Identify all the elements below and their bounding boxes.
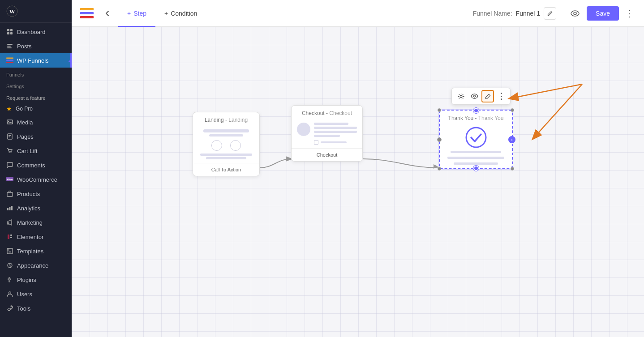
- funnel-canvas[interactable]: Landing - Landing Call To Action: [72, 27, 644, 337]
- sidebar-item-dashboard[interactable]: Dashboard: [0, 25, 72, 39]
- svg-rect-5: [10, 32, 13, 34]
- wp-logo-icon: W: [6, 5, 18, 17]
- connector-top[interactable]: [473, 108, 479, 113]
- tab-step[interactable]: + Step: [118, 0, 155, 27]
- funnel-name-area: Funnel Name: Funnel 1: [473, 7, 556, 20]
- sidebar-item-plugins[interactable]: Plugins: [0, 273, 72, 287]
- sidebar-item-marketing[interactable]: Marketing: [0, 215, 72, 230]
- selection-handle-tl: [438, 108, 441, 112]
- preview-button[interactable]: [567, 5, 583, 21]
- sidebar-item-label: Analytics: [17, 205, 40, 212]
- svg-rect-35: [80, 12, 94, 14]
- svg-text:Woo: Woo: [7, 178, 13, 181]
- sidebar-item-label: Dashboard: [17, 29, 46, 35]
- sidebar-section-settings: Settings: [0, 79, 72, 91]
- sidebar-item-label: Pages: [17, 133, 34, 140]
- star-icon: ★: [6, 105, 12, 112]
- toolbar-more-button[interactable]: ⋮: [495, 90, 507, 102]
- svg-rect-23: [9, 207, 11, 210]
- tools-icon: [6, 305, 13, 312]
- media-icon: [6, 119, 13, 126]
- svg-point-43: [471, 94, 477, 98]
- templates-icon: [6, 247, 13, 255]
- save-button[interactable]: Save: [587, 6, 619, 21]
- svg-rect-16: [9, 137, 10, 137]
- sidebar-item-label: WooCommerce: [17, 176, 57, 183]
- sidebar-item-label: Plugins: [17, 277, 36, 283]
- svg-text:W: W: [9, 8, 15, 15]
- svg-rect-11: [6, 62, 13, 63]
- sidebar-item-label: Products: [17, 191, 40, 197]
- landing-node-footer: Call To Action: [193, 163, 259, 176]
- svg-rect-6: [7, 44, 13, 45]
- svg-rect-27: [10, 235, 12, 236]
- svg-rect-21: [7, 192, 13, 196]
- sidebar-item-products[interactable]: Products: [0, 187, 72, 201]
- sidebar-item-analytics[interactable]: Analytics: [0, 201, 72, 215]
- selection-handle-bl: [438, 167, 441, 171]
- tab-step-label: Step: [133, 10, 146, 17]
- sidebar-item-elementor[interactable]: Elementor: [0, 230, 72, 244]
- go-pro-label: Go Pro: [16, 106, 33, 112]
- connector-bottom[interactable]: [473, 166, 479, 171]
- sidebar-item-posts[interactable]: Posts: [0, 39, 72, 53]
- topbar-tabs: + Step + Condition: [118, 0, 206, 26]
- sidebar-item-wp-funnels[interactable]: WP Funnels ◂: [0, 53, 72, 68]
- thankyou-node[interactable]: › Thank You - Thank You: [439, 110, 513, 169]
- tab-condition[interactable]: + Condition: [155, 0, 206, 27]
- sidebar-item-label: Posts: [17, 43, 32, 50]
- node-toolbar: ⋮: [451, 88, 511, 105]
- sidebar-item-tools[interactable]: Tools: [0, 301, 72, 316]
- funnel-name-edit-button[interactable]: [544, 7, 556, 20]
- cart-lift-icon: [6, 147, 13, 154]
- svg-rect-9: [6, 58, 13, 59]
- pages-icon: [6, 133, 13, 140]
- dashboard-icon: [6, 28, 13, 35]
- sidebar-item-appearance[interactable]: Appearance: [0, 258, 72, 273]
- topbar: + Step + Condition Funnel Name: Funnel 1…: [72, 0, 644, 27]
- sidebar: W Dashboard Posts WP Funnels ◂ Funnels S…: [0, 0, 72, 337]
- svg-rect-2: [7, 29, 9, 31]
- tab-condition-plus: +: [164, 10, 168, 17]
- sidebar-item-media[interactable]: Media: [0, 115, 72, 129]
- svg-point-18: [11, 152, 12, 153]
- back-button[interactable]: [100, 6, 115, 21]
- sidebar-item-go-pro[interactable]: ★ Go Pro: [0, 102, 72, 115]
- sidebar-section-request[interactable]: Request a feature: [0, 91, 72, 102]
- analytics-icon: [6, 205, 13, 212]
- svg-rect-4: [7, 32, 9, 34]
- marketing-icon: [6, 219, 13, 226]
- svg-point-37: [571, 11, 579, 16]
- landing-node[interactable]: Landing - Landing Call To Action: [193, 112, 260, 176]
- tab-condition-label: Condition: [171, 10, 197, 17]
- svg-rect-22: [7, 208, 9, 210]
- landing-node-title: Landing - Landing: [193, 112, 259, 126]
- sidebar-item-users[interactable]: Users: [0, 287, 72, 301]
- sidebar-item-pages[interactable]: Pages: [0, 129, 72, 144]
- connector-left[interactable]: [437, 137, 442, 142]
- posts-icon: [6, 43, 13, 50]
- checkout-preview: [292, 119, 362, 148]
- sidebar-item-label: Appearance: [17, 262, 48, 269]
- toolbar-settings-button[interactable]: [455, 90, 467, 102]
- main-content: + Step + Condition Funnel Name: Funnel 1…: [72, 0, 644, 337]
- toolbar-edit-button[interactable]: [481, 90, 494, 102]
- svg-rect-36: [80, 16, 94, 18]
- connector-right[interactable]: ›: [508, 136, 515, 143]
- checkout-node[interactable]: Checkout - Checkout: [291, 105, 363, 162]
- selection-handle-tr: [511, 108, 514, 112]
- more-options-button[interactable]: ⋮: [623, 6, 637, 21]
- connector-arrows: [72, 27, 644, 337]
- sidebar-item-templates[interactable]: Templates: [0, 244, 72, 258]
- sidebar-item-label: WP Funnels: [17, 57, 49, 64]
- thankyou-check-icon: [440, 124, 512, 151]
- sidebar-item-label: Marketing: [17, 219, 43, 226]
- sidebar-item-cart-lift[interactable]: Cart Lift: [0, 144, 72, 158]
- svg-point-38: [574, 12, 576, 15]
- sidebar-item-comments[interactable]: Comments: [0, 158, 72, 172]
- toolbar-preview-button[interactable]: [468, 90, 481, 102]
- sidebar-item-woocommerce[interactable]: Woo WooCommerce: [0, 172, 72, 187]
- appearance-icon: [6, 262, 13, 269]
- svg-rect-3: [10, 29, 13, 31]
- sidebar-item-label: Media: [17, 119, 33, 126]
